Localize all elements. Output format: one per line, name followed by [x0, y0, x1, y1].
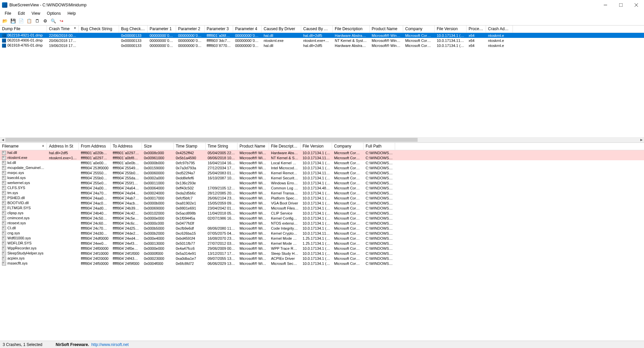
table-cell: 0x5b1a4590 — [174, 156, 206, 160]
column-header[interactable]: Time Stamp — [174, 143, 206, 150]
report-icon[interactable]: 📄 — [17, 17, 25, 25]
table-row[interactable]: kd.dllfffff801`a0e00000fffff801`a0e0b000… — [0, 160, 644, 165]
menu-file[interactable]: File — [2, 10, 14, 16]
table-cell: Microsoft Corpora... — [332, 211, 364, 215]
table-row[interactable]: PSHED.dllfffff804`24aa0000fffff804`24ab7… — [0, 195, 644, 200]
table-row[interactable]: ksecdd.sysfffff804`255b0000fffff804`255d… — [0, 175, 644, 180]
options-icon[interactable]: ⚙ — [42, 17, 49, 25]
table-cell: fffff804`24d30000 — [79, 231, 111, 235]
save-icon[interactable]: 💾 — [9, 17, 17, 25]
scroll-right-icon[interactable]: ▶ — [639, 137, 644, 142]
table-row[interactable]: mssecflt.sysfffff804`24f50000fffff804`24… — [0, 261, 644, 266]
column-header[interactable]: File Description — [269, 143, 301, 150]
menu-help[interactable]: Help — [65, 10, 78, 16]
table-row[interactable]: clipsp.sysfffff804`24b40000fffff804`24c4… — [0, 211, 644, 216]
table-row[interactable]: ntosext.sysfffff804`24c60000fffff804`24c… — [0, 221, 644, 226]
file-icon — [2, 216, 6, 220]
refresh-icon[interactable]: 🔍 — [50, 17, 57, 25]
column-header[interactable]: Product Name — [237, 143, 269, 150]
file-icon — [2, 156, 6, 160]
horizontal-scrollbar[interactable]: ◀ ▶ — [0, 137, 644, 142]
column-header[interactable]: Caused By Driver — [262, 25, 301, 33]
table-row[interactable]: WppRecorder.sysfffff804`24f00000fffff804… — [0, 246, 644, 251]
maximize-button[interactable] — [613, 0, 629, 10]
table-cell: Microsoft Security ... — [269, 262, 301, 266]
table-cell: Microsoft Corpora... — [332, 161, 364, 165]
table-row[interactable]: werkernel.sysfffff804`255e0000fffff804`2… — [0, 180, 644, 185]
column-header[interactable]: Address In St — [47, 143, 79, 150]
table-row[interactable]: CLFS.SYSfffff804`24a00000fffff804`24a640… — [0, 185, 644, 190]
table-row[interactable]: ntoskrnl.exentoskrnl.exe+1e6847fffff801`… — [0, 155, 644, 160]
table-row[interactable]: 062018-4906-01.dmp20/06/2018 17:10:160x0… — [0, 38, 644, 43]
table-cell: Microsoft® Window... — [370, 34, 403, 38]
table-cell: 0x000b2000 — [142, 231, 174, 235]
scroll-left-icon[interactable]: ◀ — [0, 137, 5, 142]
minimize-button[interactable] — [598, 0, 613, 10]
column-header[interactable]: File Version — [435, 25, 467, 33]
column-header[interactable]: Company — [332, 143, 364, 150]
table-row[interactable]: Wdf01000.sysfffff804`24df0000fffff804`24… — [0, 236, 644, 241]
table-cell: 0xa81902e1 — [174, 201, 206, 205]
table-row[interactable]: msrpc.sysfffff804`25550000fffff804`255b0… — [0, 170, 644, 175]
table-row[interactable]: 062218-4921-01.dmp22/06/2018 00:16:270x0… — [0, 33, 644, 38]
column-header[interactable]: Dump File — [0, 25, 47, 33]
close-button[interactable] — [629, 0, 644, 10]
nirsoft-link[interactable]: http://www.nirsoft.net — [91, 342, 128, 347]
table-row[interactable]: mcupdate_GenuineIntel.dllfffff804`253f00… — [0, 165, 644, 170]
menu-options[interactable]: Options — [44, 10, 63, 16]
column-header[interactable]: From Address — [79, 143, 111, 150]
table-cell: fffff804`24a70000 — [79, 191, 111, 195]
column-header[interactable]: Bug Check Code — [119, 25, 148, 33]
table-row[interactable]: FLTMGR.SYSfffff804`24ad0000fffff804`24b3… — [0, 206, 644, 211]
column-header[interactable]: Size — [142, 143, 174, 150]
table-cell: 0x0000c000 — [142, 221, 174, 225]
column-header[interactable]: Parameter 2 — [176, 25, 205, 33]
column-header[interactable]: Crash Address — [486, 25, 513, 33]
table-cell: ntoskrnl.exe — [0, 156, 47, 160]
table-row[interactable]: tm.sysfffff804`24a70000fffff804`24a94000… — [0, 190, 644, 195]
table-cell: cng.sys — [0, 231, 47, 235]
table-row[interactable]: acpiex.sysfffff804`24f20000fffff804`24f4… — [0, 256, 644, 261]
table-cell: ntosext.sys — [0, 221, 47, 225]
file-icon — [2, 176, 6, 180]
column-header[interactable]: Full Path — [364, 143, 395, 150]
column-header[interactable]: Parameter 4 — [233, 25, 262, 33]
column-header[interactable]: Bug Check String — [79, 25, 119, 33]
dump-list-rows[interactable]: 062218-4921-01.dmp22/06/2018 00:16:270x0… — [0, 33, 644, 137]
table-cell: Microsoft Corpora... — [332, 196, 364, 200]
table-row[interactable]: WDFLDR.SYSfffff804`24ee0000fffff804`24ef… — [0, 241, 644, 246]
table-cell: WppRecorder.sys — [0, 246, 47, 250]
exit-icon[interactable]: ↪ — [58, 17, 65, 25]
table-row[interactable]: BOOTVID.dllfffff804`24ac0000fffff804`24a… — [0, 200, 644, 206]
menu-view[interactable]: View — [29, 10, 43, 16]
column-header[interactable]: Filename▲ — [0, 143, 47, 150]
scroll-thumb[interactable] — [5, 138, 418, 142]
column-header[interactable]: Caused By Address — [301, 25, 333, 33]
table-row[interactable]: cmimcext.sysfffff804`24c50000fffff804`24… — [0, 216, 644, 221]
table-cell: Microsoft Corpora... — [332, 262, 364, 266]
column-header[interactable]: Product Name — [370, 25, 403, 33]
table-cell: 0x0004f000 — [142, 262, 174, 266]
properties-icon[interactable]: 🗒 — [34, 17, 41, 25]
column-header[interactable]: Time String — [206, 143, 237, 150]
column-header[interactable]: To Address — [111, 143, 142, 150]
open-icon[interactable]: 📂 — [1, 17, 9, 25]
table-row[interactable]: 061918-4765-01.dmp19/06/2018 17:16:400x0… — [0, 43, 644, 48]
table-row[interactable]: hal.dllhal.dll+2df5fffff801`a020b000ffff… — [0, 150, 644, 155]
table-row[interactable]: cng.sysfffff804`24d30000fffff804`24de200… — [0, 231, 644, 236]
table-cell: 0x00102000 — [142, 211, 174, 215]
column-header[interactable]: Company — [403, 25, 435, 33]
table-row[interactable]: SleepStudyHelper.sysfffff804`24f10000fff… — [0, 251, 644, 256]
table-cell: ksecdd.sys — [0, 176, 47, 180]
column-header[interactable]: File Description — [333, 25, 370, 33]
table-row[interactable]: CI.dllfffff804`24c70000fffff804`24d25000… — [0, 226, 644, 231]
column-header[interactable]: Crash Time▼ — [47, 25, 79, 33]
copy-icon[interactable]: 📋 — [25, 17, 33, 25]
menu-edit[interactable]: Edit — [15, 10, 28, 16]
drivers-rows[interactable]: hal.dllhal.dll+2df5fffff801`a020b000ffff… — [0, 150, 644, 266]
column-header[interactable]: File Version — [301, 143, 332, 150]
column-header[interactable]: Parameter 1 — [148, 25, 176, 33]
table-cell: fffff801`a0297000 — [111, 151, 142, 155]
column-header[interactable]: Processor — [467, 25, 486, 33]
column-header[interactable]: Parameter 3 — [205, 25, 233, 33]
